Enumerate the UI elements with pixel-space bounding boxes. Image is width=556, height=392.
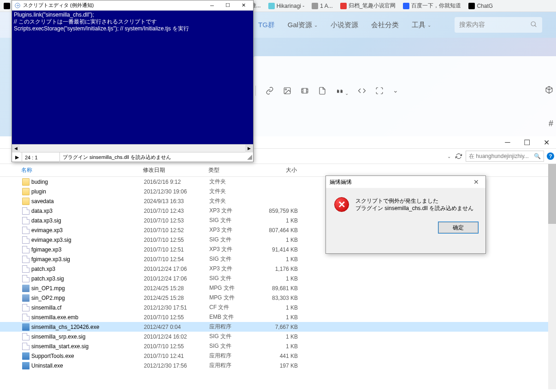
file-type: 文件夹: [209, 187, 266, 195]
file-date: 2024/9/13 16:33: [144, 198, 209, 205]
file-date: 2010/7/10 12:51: [144, 246, 209, 253]
file-name: fgimage.xp3.sig: [31, 256, 144, 263]
nav-tg[interactable]: TG群: [258, 21, 275, 29]
file-row[interactable]: sinsemilla_srp.exe.sig2010/12/24 16:02SI…: [0, 332, 556, 341]
file-row[interactable]: sin_OP1.mpg2012/4/25 15:28MPG 文件89,681 K…: [0, 283, 556, 293]
nav-gal[interactable]: Gal资源⌄: [288, 21, 318, 29]
folder-icon: [22, 198, 30, 205]
bookmark-item[interactable]: 百度一下，你就知道: [403, 2, 461, 10]
resize-grip-icon[interactable]: ◢: [246, 154, 253, 161]
file-name: evimage.xp3: [31, 227, 144, 234]
vertical-scrollbar[interactable]: [548, 164, 556, 389]
file-name: sin_OP1.mpg: [31, 285, 144, 292]
cube-icon[interactable]: [545, 86, 553, 96]
svg-point-3: [285, 89, 287, 90]
minimize-button[interactable]: ─: [204, 1, 220, 10]
bookmark-label: 归档_笔趣小说官网: [349, 2, 396, 10]
col-size-header[interactable]: 大小: [265, 166, 297, 174]
col-date-header[interactable]: 修改日期: [143, 166, 208, 174]
video-icon[interactable]: [301, 87, 309, 97]
file-row[interactable]: sinsemilla.exe.emb2010/7/10 12:55EMB 文件1…: [0, 312, 556, 322]
file-row[interactable]: sin_OP2.mpg2012/4/25 15:28MPG 文件83,303 K…: [0, 293, 556, 303]
search-icon[interactable]: [530, 21, 538, 29]
close-button[interactable]: ✕: [236, 1, 251, 10]
file-row[interactable]: sinsemilla.cf2012/12/30 17:51CF 文件1 KB: [0, 303, 556, 312]
script-title-bar[interactable]: スクリプトエディタ (例外通知) ─ ☐ ✕: [12, 0, 253, 11]
file-icon: [22, 256, 30, 263]
col-name-header[interactable]: 名称: [21, 166, 143, 174]
expand-icon[interactable]: [375, 87, 384, 97]
file-date: 2010/7/10 12:55: [144, 314, 209, 321]
folder-icon: [22, 188, 30, 195]
nav-company[interactable]: 会社分类: [371, 21, 399, 29]
file-date: 2010/12/24 16:02: [144, 333, 209, 340]
file-type: XP3 文件: [209, 207, 266, 215]
file-type: EMB 文件: [209, 313, 266, 321]
search-icon: 🔍: [534, 153, 541, 159]
file-name: data.xp3.sig: [31, 217, 144, 224]
play-button[interactable]: ▶: [12, 152, 22, 162]
file-row[interactable]: sinsemilla_chs_120426.exe2012/4/27 0:04应…: [0, 322, 556, 332]
help-icon[interactable]: ?: [547, 152, 554, 160]
bookmark-item[interactable]: Hikarinagi -: [268, 3, 305, 9]
explorer-close-button[interactable]: ✕: [537, 136, 556, 148]
file-row[interactable]: fgimage.xp3.sig2010/7/10 12:54SIG 文件1 KB: [0, 254, 556, 264]
explorer-maximize-button[interactable]: ☐: [517, 136, 537, 148]
search-input[interactable]: 搜索内容: [455, 17, 542, 33]
bookmark-item[interactable]: ChatG: [468, 3, 493, 9]
chevron-down-icon[interactable]: ⌄: [393, 87, 398, 97]
ok-button[interactable]: 确定: [438, 222, 478, 233]
nav-novel[interactable]: 小说资源: [331, 21, 358, 29]
bookmark-item[interactable]: 1 A...: [312, 3, 332, 9]
explorer-search-input[interactable]: 在 huanghundejinjizhiy... 🔍: [466, 151, 544, 162]
address-dropdown-icon[interactable]: ⌄: [444, 154, 454, 159]
bookmark-favicon-icon: [403, 3, 409, 9]
script-code-area[interactable]: Plugins.link("sinsemilla_chs.dll"); // こ…: [12, 11, 253, 144]
file-icon[interactable]: [318, 87, 326, 97]
file-date: 2010/7/10 12:54: [144, 256, 209, 263]
code-icon[interactable]: [358, 87, 366, 97]
dialog-message: スクリプトで例外が発生しました プラグイン sinsemilla_chs.dll…: [355, 197, 473, 212]
explorer-minimize-button[interactable]: ─: [498, 136, 517, 148]
file-type: SIG 文件: [209, 342, 266, 350]
scroll-left-icon[interactable]: ◀: [12, 145, 20, 152]
file-type: CF 文件: [209, 304, 266, 311]
link-icon[interactable]: [266, 87, 274, 97]
col-type-header[interactable]: 类型: [208, 166, 265, 174]
file-size: 1 KB: [266, 314, 298, 321]
hash-icon[interactable]: #: [549, 119, 553, 129]
file-size: 197 KB: [266, 363, 298, 369]
explorer-search-placeholder: 在 huanghundejinjizhiy...: [469, 152, 529, 160]
file-name: sinsemilla_chs_120426.exe: [31, 324, 144, 330]
dialog-close-button[interactable]: ✕: [471, 178, 482, 186]
file-row[interactable]: sinsemilla_start.exe.sig2010/7/10 12:55S…: [0, 341, 556, 351]
file-size: 89,681 KB: [266, 285, 298, 292]
script-editor-window: スクリプトエディタ (例外通知) ─ ☐ ✕ Plugins.link("sin…: [12, 0, 254, 162]
dialog-title-bar[interactable]: 婳悕婳悕 ✕: [326, 176, 485, 188]
file-type: 应用程序: [209, 362, 266, 369]
file-icon: [22, 236, 30, 244]
refresh-button[interactable]: [454, 151, 464, 161]
file-size: 441 KB: [266, 353, 298, 359]
file-date: 2010/7/10 12:52: [144, 227, 209, 234]
file-row[interactable]: Uninstall.exe2012/12/30 17:56应用程序197 KB: [0, 361, 556, 370]
file-icon: [22, 207, 30, 215]
nav-tools[interactable]: 工具⌄: [412, 21, 431, 29]
maximize-button[interactable]: ☐: [220, 1, 236, 10]
file-icon: [22, 314, 30, 321]
image-icon[interactable]: [283, 87, 291, 97]
bookmark-favicon-icon: [468, 3, 475, 9]
horizontal-scrollbar[interactable]: ◀ ▶: [12, 144, 253, 152]
error-dialog: 婳悕婳悕 ✕ ✕ スクリプトで例外が発生しました プラグイン sinsemill…: [325, 176, 486, 254]
file-type: XP3 文件: [209, 246, 266, 253]
app-icon: [14, 2, 21, 9]
bookmark-item[interactable]: 归档_笔趣小说官网: [340, 2, 396, 10]
scroll-right-icon[interactable]: ▶: [245, 145, 253, 152]
quote-icon[interactable]: ⌄: [336, 87, 349, 97]
scrollbar-thumb[interactable]: [548, 164, 556, 224]
file-row[interactable]: patch.xp3.sig2010/12/24 17:06SIG 文件1 KB: [0, 274, 556, 283]
file-date: 2012/12/30 19:06: [144, 188, 209, 195]
file-row[interactable]: SupportTools.exe2010/7/10 12:41应用程序441 K…: [0, 351, 556, 361]
file-row[interactable]: patch.xp32010/12/24 17:06XP3 文件1,176 KB: [0, 264, 556, 274]
exe-icon: [22, 352, 30, 360]
